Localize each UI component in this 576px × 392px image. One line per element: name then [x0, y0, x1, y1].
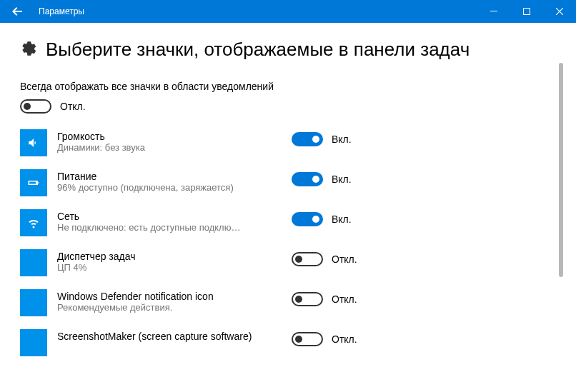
maximize-icon	[523, 8, 530, 15]
item-text: ScreenshotMaker (screen capture software…	[57, 329, 282, 342]
wifi-icon	[20, 209, 47, 236]
master-toggle-row: Откл.	[20, 99, 576, 114]
item-text: СетьНе подключено: есть доступные подклю…	[57, 209, 282, 233]
arrow-left-icon	[11, 6, 23, 17]
item-toggle[interactable]	[292, 252, 323, 266]
item-subtitle: Рекомендуемые действия.	[57, 302, 282, 313]
item-name: ScreenshotMaker (screen capture software…	[57, 331, 282, 342]
items-list: ГромкостьДинамики: без звукаВкл.Питание9…	[20, 129, 576, 356]
item-toggle-wrap: Вкл.	[292, 209, 377, 226]
master-toggle-state: Откл.	[60, 101, 86, 112]
item-toggle[interactable]	[292, 332, 323, 346]
list-item: Диспетчер задачЦП 4%Откл.	[20, 249, 377, 276]
item-text: Питание96% доступно (подключена, заряжае…	[57, 169, 282, 193]
master-toggle-label: Всегда отображать все значки в области у…	[20, 81, 576, 92]
svg-rect-1	[524, 9, 530, 15]
master-toggle[interactable]	[20, 99, 51, 114]
list-item: Windows Defender notification iconРекоме…	[20, 289, 377, 316]
item-toggle-state: Откл.	[332, 333, 357, 345]
titlebar: Параметры	[0, 0, 576, 23]
item-toggle-wrap: Вкл.	[292, 169, 377, 186]
list-item: Питание96% доступно (подключена, заряжае…	[20, 169, 377, 196]
minimize-icon	[490, 8, 497, 15]
item-text: Диспетчер задачЦП 4%	[57, 249, 282, 273]
gear-icon	[20, 41, 36, 59]
battery-icon	[20, 169, 47, 196]
blank-icon	[20, 249, 47, 276]
page-title: Выберите значки, отображаемые в панели з…	[46, 39, 470, 61]
svg-rect-0	[490, 11, 497, 11]
item-subtitle: Не подключено: есть доступные подклю…	[57, 222, 282, 233]
close-button[interactable]	[543, 0, 576, 23]
item-toggle-wrap: Откл.	[292, 329, 377, 346]
list-item: СетьНе подключено: есть доступные подклю…	[20, 209, 377, 236]
item-toggle-state: Откл.	[332, 293, 357, 305]
item-toggle-state: Вкл.	[332, 213, 352, 225]
item-toggle-state: Вкл.	[332, 134, 352, 145]
blank-icon	[20, 289, 47, 316]
item-toggle-wrap: Вкл.	[292, 129, 377, 146]
item-subtitle: 96% доступно (подключена, заряжается)	[57, 182, 282, 193]
window-controls	[477, 0, 576, 23]
item-name: Питание	[57, 171, 282, 182]
minimize-button[interactable]	[477, 0, 510, 23]
item-toggle-wrap: Откл.	[292, 249, 377, 266]
item-text: ГромкостьДинамики: без звука	[57, 129, 282, 153]
volume-icon	[20, 129, 47, 156]
item-toggle[interactable]	[292, 212, 323, 226]
item-toggle-state: Вкл.	[332, 174, 352, 185]
item-subtitle: Динамики: без звука	[57, 142, 282, 153]
item-name: Громкость	[57, 131, 282, 142]
window-title: Параметры	[39, 6, 84, 16]
page-header: Выберите значки, отображаемые в панели з…	[20, 39, 576, 61]
item-subtitle: ЦП 4%	[57, 262, 282, 273]
item-toggle-wrap: Откл.	[292, 289, 377, 306]
back-button[interactable]	[0, 0, 34, 23]
content-area: Выберите значки, отображаемые в панели з…	[0, 23, 576, 392]
blank-icon	[20, 329, 47, 356]
list-item: ГромкостьДинамики: без звукаВкл.	[20, 129, 377, 156]
scrollbar[interactable]	[559, 63, 563, 363]
item-name: Windows Defender notification icon	[57, 291, 282, 302]
item-name: Диспетчер задач	[57, 251, 282, 262]
item-toggle[interactable]	[292, 292, 323, 306]
item-text: Windows Defender notification iconРекоме…	[57, 289, 282, 313]
item-toggle[interactable]	[292, 132, 323, 146]
item-toggle-state: Откл.	[332, 253, 357, 265]
item-toggle[interactable]	[292, 172, 323, 186]
close-icon	[556, 8, 563, 15]
item-name: Сеть	[57, 211, 282, 222]
scrollbar-thumb[interactable]	[559, 63, 563, 277]
list-item: ScreenshotMaker (screen capture software…	[20, 329, 377, 356]
maximize-button[interactable]	[510, 0, 543, 23]
